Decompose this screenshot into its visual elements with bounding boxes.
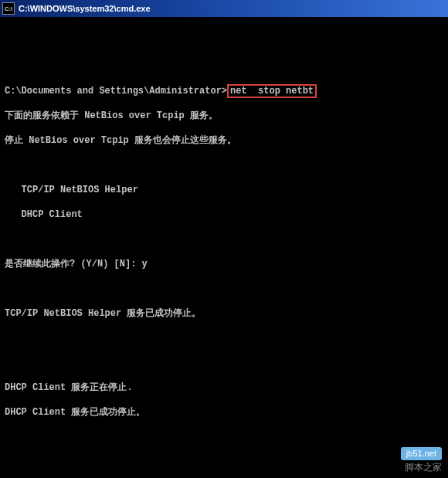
blank-line bbox=[5, 332, 443, 344]
output-line: DHCP Client 服务正在停止. bbox=[5, 381, 443, 394]
output-line: TCP/IP NetBIOS Helper 服务已成功停止。 bbox=[5, 307, 443, 320]
blank-line bbox=[5, 36, 443, 48]
output-line: DHCP Client bbox=[5, 208, 443, 221]
blank-line bbox=[5, 456, 443, 468]
blank-line bbox=[5, 233, 443, 246]
blank-line bbox=[5, 60, 443, 73]
terminal-output[interactable]: C:\Documents and Settings\Administrator>… bbox=[0, 17, 448, 478]
output-line: 是否继续此操作? (Y/N) [N]: y bbox=[5, 258, 443, 270]
command-highlight: net stop netbt bbox=[227, 84, 317, 98]
blank-line bbox=[5, 283, 443, 295]
blank-line bbox=[5, 431, 443, 443]
output-line: DHCP Client 服务已成功停止。 bbox=[5, 406, 443, 419]
output-line: TCP/IP NetBIOS Helper bbox=[5, 184, 443, 196]
window-titlebar[interactable]: C:\ C:\WINDOWS\system32\cmd.exe bbox=[0, 0, 448, 17]
window-title: C:\WINDOWS\system32\cmd.exe bbox=[19, 4, 151, 13]
prompt-path: C:\Documents and Settings\Administrator> bbox=[5, 86, 227, 97]
output-line: 下面的服务依赖于 NetBios over Tcpip 服务。 bbox=[5, 110, 443, 122]
command-line-1: C:\Documents and Settings\Administrator>… bbox=[5, 85, 443, 97]
cmd-icon: C:\ bbox=[2, 2, 15, 15]
blank-line bbox=[5, 357, 443, 369]
output-line: 停止 NetBios over Tcpip 服务也会停止这些服务。 bbox=[5, 134, 443, 147]
blank-line bbox=[5, 159, 443, 171]
